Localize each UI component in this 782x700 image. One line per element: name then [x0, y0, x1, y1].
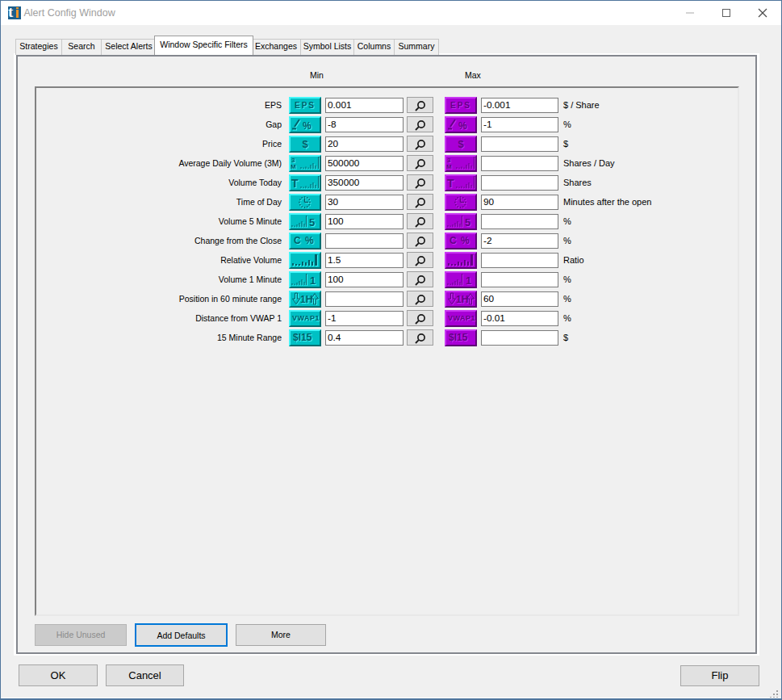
svg-text:%: %	[458, 120, 467, 132]
svg-text:1H: 1H	[456, 294, 468, 305]
svg-text:5: 5	[309, 216, 315, 228]
svg-text:%: %	[303, 120, 312, 132]
svg-text:M: M	[291, 163, 296, 170]
svg-text:T: T	[447, 177, 454, 189]
svg-text:1: 1	[466, 275, 471, 286]
svg-text:T: T	[291, 177, 299, 189]
svg-text:5: 5	[465, 216, 470, 228]
svg-text:M: M	[446, 163, 452, 170]
svg-text:1: 1	[310, 275, 316, 286]
svg-text:1H: 1H	[300, 294, 312, 305]
